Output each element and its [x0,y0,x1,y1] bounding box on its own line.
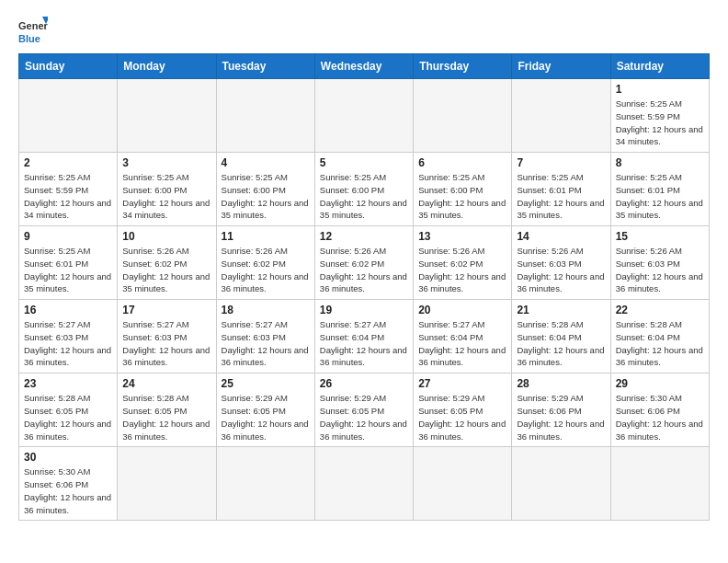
day-number: 24 [122,377,210,390]
day-info: Sunrise: 5:25 AM Sunset: 5:59 PM Dayligh… [24,171,112,222]
logo: General Blue [18,15,48,48]
day-number: 13 [418,230,506,243]
day-info: Sunrise: 5:28 AM Sunset: 6:05 PM Dayligh… [24,392,112,442]
calendar-cell [19,79,118,153]
calendar-week-row: 16Sunrise: 5:27 AM Sunset: 6:03 PM Dayli… [19,300,710,373]
calendar-cell: 8Sunrise: 5:25 AM Sunset: 6:01 PM Daylig… [610,153,709,226]
weekday-saturday: Saturday [610,54,709,79]
calendar-cell: 14Sunrise: 5:26 AM Sunset: 6:03 PM Dayli… [512,226,610,300]
day-number: 4 [222,156,310,169]
calendar-cell: 29Sunrise: 5:30 AM Sunset: 6:06 PM Dayli… [610,373,709,447]
weekday-thursday: Thursday [414,54,512,79]
day-info: Sunrise: 5:26 AM Sunset: 6:03 PM Dayligh… [616,245,704,295]
calendar-cell: 16Sunrise: 5:27 AM Sunset: 6:03 PM Dayli… [19,300,118,373]
weekday-sunday: Sunday [19,54,118,79]
calendar-cell: 13Sunrise: 5:26 AM Sunset: 6:02 PM Dayli… [414,226,512,300]
calendar-cell: 6Sunrise: 5:25 AM Sunset: 6:00 PM Daylig… [414,153,512,226]
day-number: 7 [517,156,605,169]
calendar-week-row: 30Sunrise: 5:30 AM Sunset: 6:06 PM Dayli… [19,447,710,521]
calendar-cell [216,447,314,521]
weekday-monday: Monday [118,54,216,79]
svg-text:Blue: Blue [18,33,40,44]
svg-text:General: General [18,20,48,31]
day-number: 3 [122,156,210,169]
day-info: Sunrise: 5:27 AM Sunset: 6:04 PM Dayligh… [320,318,408,369]
calendar-cell: 23Sunrise: 5:28 AM Sunset: 6:05 PM Dayli… [19,373,118,447]
calendar-table: SundayMondayTuesdayWednesdayThursdayFrid… [18,53,710,521]
calendar-week-row: 23Sunrise: 5:28 AM Sunset: 6:05 PM Dayli… [19,373,710,447]
day-info: Sunrise: 5:28 AM Sunset: 6:05 PM Dayligh… [122,392,210,442]
calendar-cell [118,79,216,153]
day-info: Sunrise: 5:29 AM Sunset: 6:05 PM Dayligh… [222,392,310,442]
day-number: 12 [320,230,408,243]
day-number: 18 [222,304,310,316]
day-info: Sunrise: 5:30 AM Sunset: 6:06 PM Dayligh… [616,392,704,442]
calendar-cell: 26Sunrise: 5:29 AM Sunset: 6:05 PM Dayli… [314,373,413,447]
calendar-cell: 27Sunrise: 5:29 AM Sunset: 6:05 PM Dayli… [414,373,512,447]
day-info: Sunrise: 5:30 AM Sunset: 6:06 PM Dayligh… [24,465,112,516]
day-number: 6 [418,156,506,169]
day-info: Sunrise: 5:26 AM Sunset: 6:02 PM Dayligh… [122,245,210,295]
day-number: 8 [616,156,704,169]
day-number: 23 [24,377,112,390]
day-info: Sunrise: 5:25 AM Sunset: 6:01 PM Dayligh… [24,245,112,295]
day-number: 14 [517,230,605,243]
day-number: 29 [616,377,704,390]
page: General Blue SundayMondayTuesdayWednesda… [0,0,728,535]
calendar-cell: 19Sunrise: 5:27 AM Sunset: 6:04 PM Dayli… [314,300,413,373]
calendar-week-row: 1Sunrise: 5:25 AM Sunset: 5:59 PM Daylig… [19,79,710,153]
day-info: Sunrise: 5:25 AM Sunset: 6:00 PM Dayligh… [418,171,506,222]
day-info: Sunrise: 5:25 AM Sunset: 6:01 PM Dayligh… [517,171,605,222]
calendar-cell: 18Sunrise: 5:27 AM Sunset: 6:03 PM Dayli… [216,300,314,373]
calendar-cell: 25Sunrise: 5:29 AM Sunset: 6:05 PM Dayli… [216,373,314,447]
day-number: 30 [24,451,112,464]
day-info: Sunrise: 5:25 AM Sunset: 6:00 PM Dayligh… [122,171,210,222]
day-number: 9 [24,230,112,243]
day-number: 17 [122,304,210,316]
day-number: 21 [517,304,605,316]
calendar-cell [414,79,512,153]
day-number: 5 [320,156,408,169]
header: General Blue [18,15,710,48]
weekday-tuesday: Tuesday [216,54,314,79]
day-number: 27 [418,377,506,390]
calendar-cell: 4Sunrise: 5:25 AM Sunset: 6:00 PM Daylig… [216,153,314,226]
calendar-cell: 5Sunrise: 5:25 AM Sunset: 6:00 PM Daylig… [314,153,413,226]
calendar-cell: 20Sunrise: 5:27 AM Sunset: 6:04 PM Dayli… [414,300,512,373]
day-info: Sunrise: 5:26 AM Sunset: 6:02 PM Dayligh… [222,245,310,295]
calendar-week-row: 2Sunrise: 5:25 AM Sunset: 5:59 PM Daylig… [19,153,710,226]
calendar-cell: 11Sunrise: 5:26 AM Sunset: 6:02 PM Dayli… [216,226,314,300]
calendar-cell: 1Sunrise: 5:25 AM Sunset: 5:59 PM Daylig… [610,79,709,153]
day-number: 2 [24,156,112,169]
calendar-cell: 12Sunrise: 5:26 AM Sunset: 6:02 PM Dayli… [314,226,413,300]
weekday-friday: Friday [512,54,610,79]
day-info: Sunrise: 5:26 AM Sunset: 6:03 PM Dayligh… [517,245,605,295]
calendar-cell [610,447,709,521]
calendar-cell: 28Sunrise: 5:29 AM Sunset: 6:06 PM Dayli… [512,373,610,447]
day-number: 11 [222,230,310,243]
day-number: 16 [24,304,112,316]
day-number: 25 [222,377,310,390]
day-info: Sunrise: 5:28 AM Sunset: 6:04 PM Dayligh… [517,318,605,369]
logo-graphic: General Blue [18,15,48,48]
day-info: Sunrise: 5:27 AM Sunset: 6:03 PM Dayligh… [24,318,112,369]
calendar-cell: 2Sunrise: 5:25 AM Sunset: 5:59 PM Daylig… [19,153,118,226]
day-info: Sunrise: 5:28 AM Sunset: 6:04 PM Dayligh… [616,318,704,369]
calendar-cell: 10Sunrise: 5:26 AM Sunset: 6:02 PM Dayli… [118,226,216,300]
day-number: 22 [616,304,704,316]
calendar-cell: 17Sunrise: 5:27 AM Sunset: 6:03 PM Dayli… [118,300,216,373]
calendar-cell [314,447,413,521]
day-info: Sunrise: 5:29 AM Sunset: 6:05 PM Dayligh… [418,392,506,442]
day-number: 28 [517,377,605,390]
calendar-cell [118,447,216,521]
day-info: Sunrise: 5:27 AM Sunset: 6:03 PM Dayligh… [122,318,210,369]
day-info: Sunrise: 5:25 AM Sunset: 6:00 PM Dayligh… [320,171,408,222]
day-info: Sunrise: 5:25 AM Sunset: 5:59 PM Dayligh… [616,98,704,148]
calendar-cell [414,447,512,521]
day-number: 15 [616,230,704,243]
day-info: Sunrise: 5:29 AM Sunset: 6:06 PM Dayligh… [517,392,605,442]
calendar-cell: 9Sunrise: 5:25 AM Sunset: 6:01 PM Daylig… [19,226,118,300]
calendar-cell: 22Sunrise: 5:28 AM Sunset: 6:04 PM Dayli… [610,300,709,373]
calendar-cell [512,79,610,153]
day-info: Sunrise: 5:25 AM Sunset: 6:00 PM Dayligh… [222,171,310,222]
